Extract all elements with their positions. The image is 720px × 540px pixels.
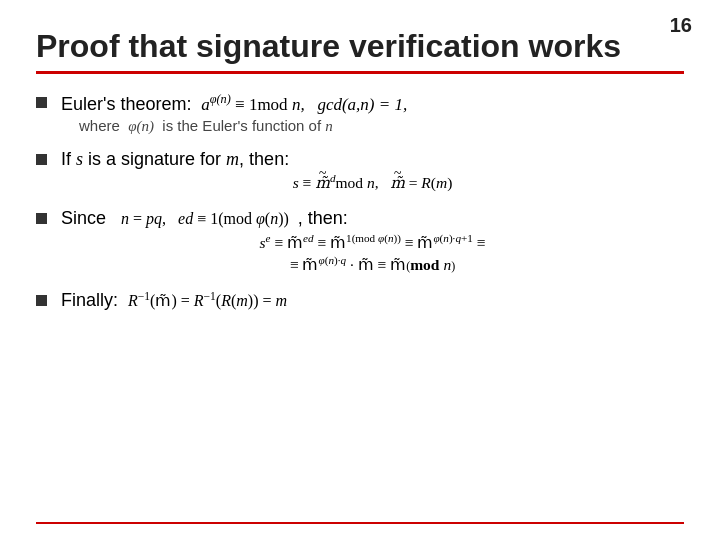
bullet-icon (36, 154, 47, 165)
euler-subtext: where φ(n) is the Euler's function of n (79, 117, 684, 135)
bullet-content-since: Since n = pq, ed ≡ 1(mod φ(n)) , then: s… (61, 208, 684, 276)
bullet-icon (36, 97, 47, 108)
finally-label: Finally: R−1(m̃) = R−1(R(m)) = m (61, 290, 287, 310)
bullet-content-signature: If s is a signature for m, then: s ≡ m̃d… (61, 149, 684, 194)
euler-label: Euler's theorem: aφ(n) ≡ 1mod n, gcd(a,n… (61, 95, 407, 114)
slide: 16 Proof that signature verification wor… (0, 0, 720, 540)
bullet-icon (36, 295, 47, 306)
slide-title: Proof that signature verification works (36, 28, 684, 65)
bottom-line (36, 522, 684, 524)
list-item: Finally: R−1(m̃) = R−1(R(m)) = m (36, 290, 684, 311)
bullet-icon (36, 213, 47, 224)
since-label: Since n = pq, ed ≡ 1(mod φ(n)) , then: (61, 208, 348, 228)
bullet-list: Euler's theorem: aφ(n) ≡ 1mod n, gcd(a,n… (36, 92, 684, 311)
title-underline (36, 71, 684, 74)
since-formula-2: ≡ m̃φ(n)·q · m̃ ≡ m̃(mod n) (61, 254, 684, 274)
list-item: Euler's theorem: aφ(n) ≡ 1mod n, gcd(a,n… (36, 92, 684, 135)
list-item: Since n = pq, ed ≡ 1(mod φ(n)) , then: s… (36, 208, 684, 276)
since-formula-1: se ≡ m̃ed ≡ m̃1(mod φ(n)) ≡ m̃φ(n)·q+1 ≡ (61, 232, 684, 252)
signature-formula: s ≡ m̃dmod n, m̃ = R(m) (61, 172, 684, 192)
page-number: 16 (670, 14, 692, 37)
bullet-content-finally: Finally: R−1(m̃) = R−1(R(m)) = m (61, 290, 684, 311)
list-item: If s is a signature for m, then: s ≡ m̃d… (36, 149, 684, 194)
bullet-content-euler: Euler's theorem: aφ(n) ≡ 1mod n, gcd(a,n… (61, 92, 684, 135)
signature-label: If s is a signature for m, then: (61, 149, 289, 169)
